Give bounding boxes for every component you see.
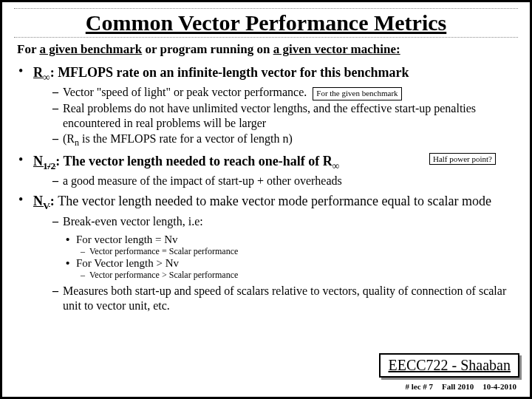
nv-sub: V [43, 200, 50, 211]
rinf-desc: MFLOPS rate on an infinite-length vector… [58, 65, 409, 80]
nv-b2: For Vector length > Nv [76, 257, 179, 270]
intro-u1: a given benchmark [39, 42, 142, 56]
intro-pre: For [17, 42, 39, 56]
n12-d1: a good measure of the impact of start-up… [63, 174, 518, 188]
intro-mid: or program running on [142, 42, 273, 56]
rinf-d3: (Rn is the MFLOPS rate for a vector of l… [63, 132, 518, 149]
rinf-d1-note: For the given benchmark [313, 87, 401, 100]
nv-b1-d: Vector performance = Scalar performance [89, 246, 238, 257]
rinf-sub: ∞ [43, 72, 50, 83]
n12-term: N [33, 154, 43, 168]
bullet-icon: • [18, 64, 33, 79]
nv-d2: Measures both start-up and speed of scal… [63, 284, 518, 313]
intro-line: For a given benchmark or program running… [17, 42, 518, 57]
footer-date: 10-4-2010 [482, 382, 516, 391]
rinf-d1: Vector "speed of light" or peak vector p… [63, 85, 518, 100]
rinf-colon: : [50, 65, 58, 80]
slide-title: Common Vector Performance Metrics [14, 8, 518, 38]
item-rinf: • R∞: MFLOPS rate on an infinite-length … [14, 64, 518, 149]
nv-colon: : [50, 194, 58, 208]
n12-desc-sub: ∞ [332, 160, 340, 171]
n12-sub: 1/2 [43, 160, 55, 171]
bullet-icon: • [18, 153, 33, 168]
footer-meta: # lec # 7Fall 201010-4-2010 [406, 382, 517, 391]
nv-b1: For vector length = Nv [76, 233, 178, 246]
item-nv: • NV: The vector length needed to make v… [14, 193, 518, 313]
bullet-icon: • [18, 193, 33, 208]
item-n12: • N1/2: The vector length needed to reac… [14, 153, 518, 188]
footer-term: Fall 2010 [442, 382, 474, 391]
nv-b2-d: Vector performance > Scalar performance [89, 270, 238, 281]
nv-term: N [33, 194, 43, 208]
nv-d1: Break-even vector length, i.e: [63, 214, 518, 229]
intro-u2: a given vector machine: [273, 42, 400, 56]
n12-note: Half power point? [429, 153, 496, 165]
rinf-d2: Real problems do not have unlimited vect… [63, 101, 518, 131]
rinf-term: R [33, 65, 43, 80]
nv-desc: The vector length needed to make vector … [58, 194, 491, 208]
course-footer: EECC722 - Shaaban [379, 353, 519, 378]
n12-desc: The vector length needed to reach one-ha… [63, 154, 332, 168]
n12-colon: : [55, 154, 63, 168]
footer-lec: # lec # 7 [406, 382, 434, 391]
